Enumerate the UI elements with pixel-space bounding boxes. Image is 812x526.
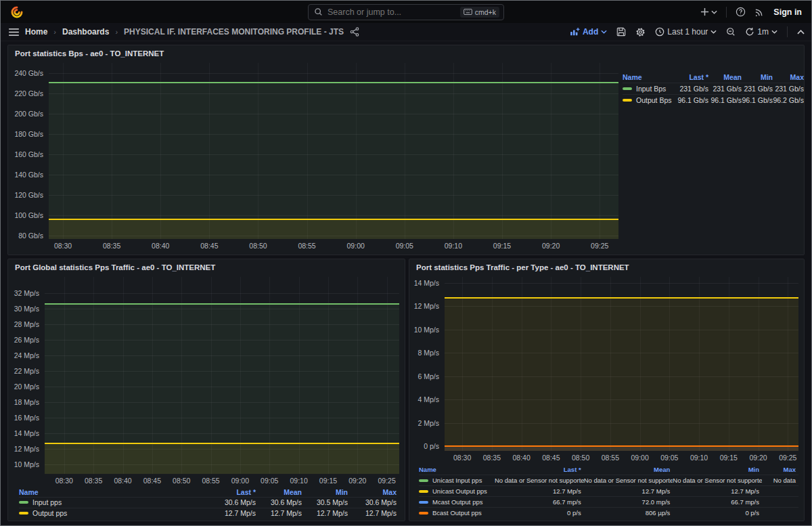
x-tick-label: 08:50 — [173, 477, 190, 485]
legend-header-min[interactable]: Min — [302, 487, 348, 498]
x-tick-label: 09:20 — [348, 477, 366, 485]
legend-row[interactable]: Input Bps231 Gb/s231 Gb/s231 Gb/s231 Gb/… — [623, 83, 798, 94]
legend-header-mean[interactable]: Mean — [256, 487, 302, 498]
x-tick-label: 08:40 — [152, 242, 169, 250]
legend-row[interactable]: Mcast Output pps66.7 mp/s72.0 mp/s66.7 m… — [419, 496, 798, 507]
legend-header-name[interactable]: Name — [19, 487, 207, 498]
refresh-interval-label: 1m — [757, 27, 769, 37]
dashboard-toolbar: Home › Dashboards › PHYSICAL IF. INTERFA… — [1, 23, 811, 41]
legend-series-label: Bcast Output pps — [432, 509, 482, 517]
legend-header-max[interactable]: Max — [773, 72, 804, 83]
plus-icon — [700, 7, 709, 16]
series-line-output-pps — [45, 443, 399, 444]
y-tick-label: 120 Gb/s — [14, 191, 43, 199]
series-color-swatch — [623, 99, 632, 102]
x-tick-label: 08:35 — [103, 242, 120, 250]
timeseries-chart-global-pps: 32 Mp/s30 Mp/s28 Mp/s26 Mp/s24 Mp/s22 Mp… — [12, 277, 399, 485]
legend-series-name[interactable]: Output pps — [19, 509, 207, 517]
panel-title[interactable]: Port statistics Pps Traffic - per Type -… — [409, 259, 804, 276]
legend-value: 30.5 Mp/s — [302, 498, 348, 506]
panel-title[interactable]: Port Global statistics Pps Traffic - ae0… — [8, 259, 405, 276]
y-tick-label: 80 Gb/s — [18, 232, 43, 240]
legend-series-name[interactable]: Input pps — [19, 498, 207, 506]
legend-value: 12.7 Mp/s — [584, 487, 673, 495]
legend-header-mean[interactable]: Mean — [584, 464, 673, 475]
legend-value: No data or Sensor not supported — [495, 477, 584, 484]
legend-series-label: Output pps — [32, 509, 67, 517]
legend-header-last[interactable]: Last * — [207, 487, 256, 498]
legend-series-label: Input Bps — [636, 85, 666, 93]
series-line-output-bps — [49, 219, 618, 220]
legend-header-max[interactable]: Max — [348, 487, 397, 498]
add-button[interactable]: Add — [570, 27, 607, 37]
legend-header-mean[interactable]: Mean — [708, 72, 742, 83]
x-tick-label: 09:25 — [591, 242, 608, 250]
legend-header-last[interactable]: Last * — [675, 72, 708, 83]
chart-plot-area[interactable] — [445, 277, 798, 451]
x-tick-label: 08:45 — [143, 477, 161, 485]
collapse-toolbar-button[interactable] — [797, 30, 805, 35]
legend-header-max[interactable]: Max — [762, 464, 798, 475]
add-panel-icon — [570, 28, 580, 36]
panel-title[interactable]: Port statistics Bps - ae0 - TO_INTERNET — [8, 45, 804, 62]
horizontal-gridline — [49, 73, 618, 74]
y-tick-label: 220 Gb/s — [14, 89, 43, 97]
legend-series-name[interactable]: Output Bps — [623, 96, 675, 104]
search-input[interactable] — [328, 7, 455, 17]
legend-row[interactable]: Bcast Output pps0 p/s806 µp/s0 p/s — [419, 507, 798, 518]
legend-value: 96.1 Gb/s — [675, 96, 708, 104]
keyboard-icon — [464, 9, 472, 15]
legend-header-min[interactable]: Min — [742, 72, 773, 83]
legend-series-name[interactable]: Unicast Input pps — [419, 477, 495, 484]
legend-value: 12.7 Mp/s — [673, 487, 762, 495]
legend-header-name[interactable]: Name — [623, 72, 675, 83]
legend-value: 231 Gb/s — [773, 85, 804, 93]
series-area-fill — [445, 446, 798, 451]
legend-series-name[interactable]: Unicast Output pps — [419, 487, 495, 495]
sign-in-button[interactable]: Sign in — [773, 7, 802, 17]
breadcrumb-home[interactable]: Home — [25, 27, 47, 37]
y-tick-label: 16 Mp/s — [14, 414, 39, 422]
chart-plot-area[interactable] — [49, 63, 618, 239]
legend-series-name[interactable]: Mcast Output pps — [419, 498, 495, 506]
time-range-picker[interactable]: Last 1 hour — [655, 27, 717, 37]
legend-row[interactable]: Input pps30.6 Mp/s30.6 Mp/s30.5 Mp/s30.6… — [19, 497, 397, 508]
help-button[interactable] — [736, 7, 746, 17]
legend-row[interactable]: Unicast Output pps12.7 Mp/s12.7 Mp/s12.7… — [419, 485, 798, 496]
y-tick-label: 2 Mp/s — [418, 419, 439, 427]
news-button[interactable] — [754, 7, 765, 17]
legend-series-name[interactable]: Bcast Output pps — [419, 509, 495, 517]
y-tick-label: 12 Mp/s — [14, 445, 39, 453]
refresh-button[interactable]: 1m — [745, 27, 777, 37]
legend-value: 12.7 Mp/s — [207, 509, 256, 517]
legend-series-name[interactable]: Input Bps — [623, 85, 675, 93]
breadcrumb-separator: › — [53, 28, 56, 36]
breadcrumb-dashboards[interactable]: Dashboards — [62, 27, 109, 37]
menu-toggle-button[interactable] — [9, 28, 19, 36]
legend-row[interactable]: Output Bps96.1 Gb/s96.1 Gb/s96.1 Gb/s96.… — [623, 94, 798, 106]
x-tick-label: 09:10 — [445, 242, 462, 250]
search-bar[interactable]: cmd+k — [308, 4, 504, 20]
collapse-icon — [797, 30, 805, 35]
chart-plot-area[interactable] — [45, 277, 399, 474]
legend-value: 0 p/s — [495, 509, 584, 517]
new-menu-button[interactable] — [700, 7, 717, 16]
zoom-out-button[interactable] — [726, 27, 736, 37]
legend-header-min[interactable]: Min — [673, 464, 762, 475]
legend-header-name[interactable]: Name — [419, 464, 495, 475]
x-tick-label: 09:00 — [231, 477, 249, 485]
panel-pps-per-type: Port statistics Pps Traffic - per Type -… — [409, 259, 805, 521]
share-button[interactable] — [350, 27, 359, 37]
series-color-swatch — [623, 87, 632, 90]
x-tick-label: 08:45 — [200, 242, 218, 250]
legend-header-last[interactable]: Last * — [495, 464, 584, 475]
series-color-swatch — [419, 490, 428, 493]
legend-row[interactable]: Unicast Input ppsNo data or Sensor not s… — [419, 475, 798, 485]
legend-row[interactable]: Output pps12.7 Mp/s12.7 Mp/s12.7 Mp/s12.… — [19, 508, 397, 519]
save-dashboard-button[interactable] — [616, 27, 626, 37]
legend-value: 30.6 Mp/s — [207, 498, 256, 506]
dashboard-settings-button[interactable] — [635, 27, 646, 37]
legend-value: 12.7 Mp/s — [256, 509, 302, 517]
x-tick-label: 08:30 — [453, 454, 471, 462]
grafana-logo[interactable] — [10, 5, 24, 19]
